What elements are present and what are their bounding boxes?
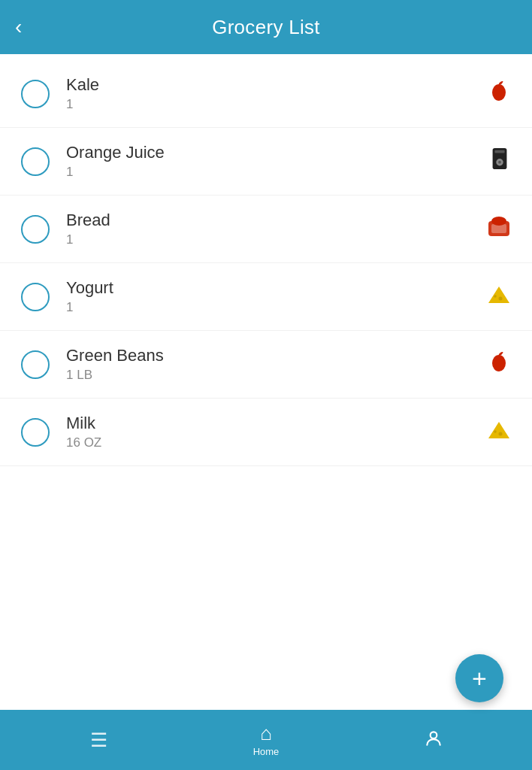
item-quantity: 1	[66, 300, 479, 315]
list-icon: ☰	[90, 730, 107, 750]
item-quantity: 16 OZ	[66, 435, 479, 450]
svg-point-15	[430, 732, 437, 738]
item-checkbox[interactable]	[21, 350, 50, 379]
list-item: Bread 1	[0, 196, 532, 263]
svg-point-4	[498, 161, 501, 164]
grocery-list: Kale 1 Orange Juice 1 Bread	[0, 54, 532, 710]
item-text: Bread 1	[66, 211, 479, 247]
item-name: Green Beans	[66, 346, 479, 365]
item-category-icon	[487, 79, 511, 108]
phone-frame: ‹ Grocery List Kale 1 Orange Juice 1	[0, 0, 532, 770]
list-item: Kale 1	[0, 60, 532, 128]
bottom-nav: ☰ ⌂ Home	[0, 710, 532, 770]
item-name: Orange Juice	[66, 143, 481, 162]
list-item: Yogurt 1	[0, 263, 532, 331]
profile-icon	[424, 729, 443, 751]
item-category-icon	[487, 350, 511, 379]
back-button[interactable]: ‹	[15, 17, 22, 38]
svg-point-9	[499, 297, 503, 301]
item-name: Bread	[66, 211, 479, 230]
list-item: Orange Juice 1	[0, 128, 532, 196]
item-text: Green Beans 1 LB	[66, 346, 479, 383]
item-text: Orange Juice 1	[66, 143, 481, 180]
item-checkbox[interactable]	[21, 418, 50, 447]
svg-marker-8	[488, 286, 509, 303]
add-item-button[interactable]: +	[455, 654, 503, 702]
nav-item-home[interactable]: ⌂ Home	[183, 723, 350, 757]
svg-marker-12	[488, 422, 509, 438]
item-name: Milk	[66, 414, 479, 433]
item-checkbox[interactable]	[21, 147, 50, 176]
item-name: Yogurt	[66, 278, 479, 298]
item-quantity: 1	[66, 97, 479, 112]
item-category-icon	[487, 215, 511, 243]
svg-point-13	[499, 432, 503, 436]
item-category-icon	[487, 419, 511, 445]
page-title: Grocery List	[212, 16, 320, 39]
item-name: Kale	[66, 75, 479, 95]
nav-item-list[interactable]: ☰	[15, 730, 183, 750]
svg-point-0	[492, 84, 506, 101]
svg-point-11	[492, 355, 506, 371]
item-category-icon	[487, 283, 511, 310]
item-checkbox[interactable]	[21, 80, 50, 108]
list-item: Milk 16 OZ	[0, 399, 532, 466]
svg-point-14	[494, 430, 497, 433]
item-quantity: 1	[66, 165, 481, 180]
header: ‹ Grocery List	[0, 0, 532, 54]
svg-point-7	[491, 217, 506, 226]
item-category-icon	[488, 147, 511, 176]
item-checkbox[interactable]	[21, 215, 50, 244]
home-icon: ⌂	[260, 723, 272, 743]
list-item: Green Beans 1 LB	[0, 331, 532, 399]
item-text: Milk 16 OZ	[66, 414, 479, 450]
home-label: Home	[253, 746, 280, 757]
item-text: Kale 1	[66, 75, 479, 112]
svg-rect-2	[494, 150, 504, 153]
svg-point-10	[494, 295, 497, 298]
item-quantity: 1 LB	[66, 368, 479, 383]
item-quantity: 1	[66, 232, 479, 247]
nav-item-profile[interactable]	[349, 729, 517, 751]
item-checkbox[interactable]	[21, 283, 50, 311]
item-text: Yogurt 1	[66, 278, 479, 315]
